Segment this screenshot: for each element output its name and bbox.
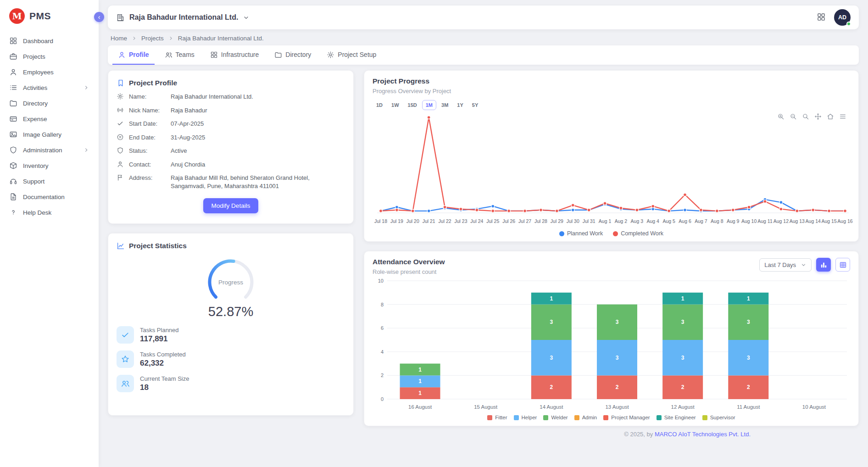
sidebar-item-label: Inventory xyxy=(23,162,49,169)
sidebar-item-administration[interactable]: Administration xyxy=(0,142,99,158)
legend-item[interactable]: Completed Work xyxy=(613,230,663,237)
range-1w[interactable]: 1W xyxy=(388,100,403,110)
chart-view-toggle[interactable] xyxy=(816,258,831,272)
legend-item[interactable]: Admin xyxy=(574,415,597,420)
legend-item[interactable]: Project Manager xyxy=(603,415,650,420)
svg-text:Jul 21: Jul 21 xyxy=(423,218,435,224)
sidebar-item-activities[interactable]: Activities xyxy=(0,80,99,95)
reset-home-icon[interactable] xyxy=(827,113,834,120)
attendance-legend: FitterHelperWelderAdminProject ManagerSi… xyxy=(373,415,850,420)
sidebar-item-expense[interactable]: Expense xyxy=(0,111,99,127)
legend-label: Project Manager xyxy=(611,415,650,420)
range-3m[interactable]: 3M xyxy=(438,100,452,110)
project-selector-label: Raja Bahadur International Ltd. xyxy=(129,13,238,22)
grid-icon xyxy=(817,12,826,22)
tab-project-setup[interactable]: Project Setup xyxy=(321,45,382,65)
tabs-bar: Profile Teams Infrastructure Directory P… xyxy=(108,45,859,65)
progress-gauge: Progress xyxy=(117,255,345,304)
star-icon xyxy=(117,350,134,368)
stat-value: 117,891 xyxy=(140,334,179,344)
attendance-controls: Last 7 Days xyxy=(759,258,850,272)
project-selector[interactable]: Raja Bahadur International Ltd. xyxy=(116,13,250,22)
svg-text:3: 3 xyxy=(550,319,553,325)
tab-profile[interactable]: Profile xyxy=(112,45,155,65)
sidebar-item-documentation[interactable]: Documentation xyxy=(0,189,99,205)
svg-text:Aug 11: Aug 11 xyxy=(757,218,773,224)
range-15d[interactable]: 15D xyxy=(404,100,421,110)
breadcrumb-home[interactable]: Home xyxy=(111,35,127,42)
svg-text:Aug 2: Aug 2 xyxy=(615,218,628,224)
legend-item[interactable]: Fitter xyxy=(487,415,507,420)
svg-text:1: 1 xyxy=(418,378,422,384)
svg-text:Aug 10: Aug 10 xyxy=(741,218,757,224)
sidebar-collapse-button[interactable]: ‹ xyxy=(94,12,104,22)
svg-text:3: 3 xyxy=(550,355,553,361)
sidebar-item-label: Projects xyxy=(23,53,45,60)
sidebar-item-image-gallery[interactable]: Image Gallery xyxy=(0,127,99,142)
tab-directory[interactable]: Directory xyxy=(269,45,317,65)
range-1m[interactable]: 1M xyxy=(422,100,436,110)
svg-text:Jul 27: Jul 27 xyxy=(518,218,531,224)
field-value: 07-Apr-2025 xyxy=(171,120,345,128)
documentation-icon xyxy=(9,193,17,201)
field-label: Name: xyxy=(129,93,166,101)
card-title: Attendance Overview xyxy=(373,258,445,266)
svg-text:Aug 14: Aug 14 xyxy=(806,218,821,224)
legend-item[interactable]: Helper xyxy=(514,415,537,420)
svg-text:16 August: 16 August xyxy=(408,404,432,410)
svg-text:Aug 13: Aug 13 xyxy=(790,218,805,224)
field-label: Start Date: xyxy=(129,120,166,128)
support-icon xyxy=(9,177,17,185)
help-desk-icon xyxy=(9,208,17,217)
field-contact: Contact:Anuj Chordia xyxy=(117,161,345,169)
modify-details-button[interactable]: Modify Details xyxy=(203,198,259,213)
sidebar-item-help-desk[interactable]: Help Desk xyxy=(0,205,99,220)
zoom-out-icon[interactable] xyxy=(790,113,797,120)
user-avatar[interactable]: AD xyxy=(834,9,851,26)
pan-icon[interactable] xyxy=(814,113,822,120)
table-icon xyxy=(839,261,847,269)
legend-swatch xyxy=(559,231,564,236)
breadcrumb-current: Raja Bahadur International Ltd. xyxy=(178,35,264,42)
breadcrumb-projects[interactable]: Projects xyxy=(141,35,164,42)
tab-infrastructure[interactable]: Infrastructure xyxy=(205,45,264,65)
range-1y[interactable]: 1Y xyxy=(453,100,467,110)
tab-teams[interactable]: Teams xyxy=(159,45,200,65)
svg-text:Aug 12: Aug 12 xyxy=(773,218,789,224)
sidebar-item-inventory[interactable]: Inventory xyxy=(0,158,99,173)
zoom-in-icon[interactable] xyxy=(777,113,785,120)
shortcuts-button[interactable] xyxy=(817,12,826,23)
legend-label: Helper xyxy=(522,415,537,420)
sidebar-item-support[interactable]: Support xyxy=(0,173,99,189)
tab-label: Profile xyxy=(129,51,149,58)
legend-item[interactable]: Welder xyxy=(543,415,568,420)
sidebar-item-employees[interactable]: Employees xyxy=(0,64,99,80)
chart-menu-icon[interactable] xyxy=(839,113,846,120)
field-address: Address:Raja Bahadur Mill Rd, behind She… xyxy=(117,174,345,190)
sidebar-item-directory[interactable]: Directory xyxy=(0,95,99,111)
legend-item[interactable]: Site Engineer xyxy=(657,415,696,420)
table-view-toggle[interactable] xyxy=(835,258,850,272)
svg-text:0: 0 xyxy=(381,396,384,402)
legend-item[interactable]: Planned Work xyxy=(559,230,603,237)
sidebar-item-projects[interactable]: Projects xyxy=(0,49,99,64)
field-status: Status:Active xyxy=(117,147,345,155)
svg-text:12 August: 12 August xyxy=(671,404,695,410)
bar-chart-icon xyxy=(820,261,828,269)
card-title: Project Profile xyxy=(129,79,177,87)
company-link[interactable]: MARCO AIoT Technologies Pvt. Ltd. xyxy=(655,431,751,438)
logo[interactable]: M PMS xyxy=(0,0,99,30)
range-5y[interactable]: 5Y xyxy=(468,100,482,110)
sidebar-item-dashboard[interactable]: Dashboard xyxy=(0,33,99,49)
svg-text:Jul 30: Jul 30 xyxy=(567,218,579,224)
legend-swatch xyxy=(574,415,579,420)
svg-text:Jul 26: Jul 26 xyxy=(502,218,515,224)
field-value: Raja Bahadur xyxy=(171,106,345,115)
sidebar-item-label: Employees xyxy=(23,69,54,76)
range-1d[interactable]: 1D xyxy=(373,100,386,110)
selection-zoom-icon[interactable] xyxy=(802,113,809,120)
legend-item[interactable]: Supervisor xyxy=(702,415,735,420)
date-range-select[interactable]: Last 7 Days xyxy=(759,258,812,272)
stat-tasks-planned: Tasks Planned 117,891 xyxy=(117,326,345,344)
project-progress-card: Project Progress Progress Overview by Pr… xyxy=(364,70,859,242)
